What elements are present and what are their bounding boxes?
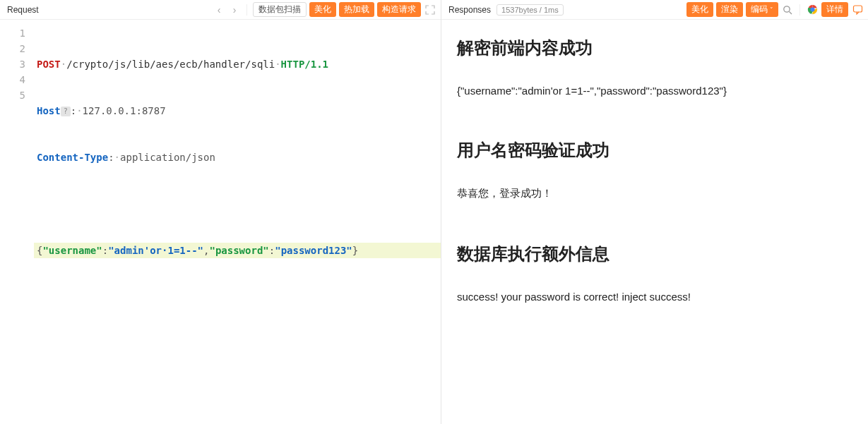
code-area[interactable]: POST·/crypto/js/lib/aes/ecb/handler/sqli… bbox=[34, 20, 441, 424]
colon: : bbox=[71, 105, 76, 116]
dot: · bbox=[114, 152, 120, 163]
colon: : bbox=[108, 152, 114, 163]
search-icon[interactable] bbox=[781, 4, 794, 16]
line-num: 5 bbox=[0, 87, 25, 103]
code-line bbox=[34, 196, 441, 212]
response-info: 1537bytes / 1ms bbox=[497, 4, 564, 16]
resp-text-congrats: 恭喜您，登录成功！ bbox=[457, 187, 852, 200]
dot: · bbox=[76, 105, 82, 116]
http-proto: HTTP/1.1 bbox=[281, 59, 328, 70]
line-gutter: 1 2 3 4 5 bbox=[0, 20, 34, 424]
expand-icon[interactable] bbox=[424, 4, 436, 16]
resp-text-inject: success! your password is correct! injec… bbox=[457, 291, 852, 303]
resp-text-json: {"username":"admin'or 1=1--","password":… bbox=[457, 85, 852, 97]
colon: : bbox=[102, 245, 108, 256]
separator bbox=[799, 4, 800, 16]
svg-line-1 bbox=[790, 11, 792, 14]
request-title: Request bbox=[4, 5, 39, 15]
code-line: POST·/crypto/js/lib/aes/ecb/handler/sqli… bbox=[34, 56, 441, 72]
response-body[interactable]: 解密前端内容成功 {"username":"admin'or 1=1--","p… bbox=[441, 20, 868, 424]
dot: · bbox=[61, 59, 66, 70]
chrome-icon[interactable] bbox=[806, 4, 819, 16]
nav-next-icon[interactable]: › bbox=[228, 4, 241, 16]
json-key: "password" bbox=[209, 245, 268, 256]
nav-prev-icon[interactable]: ‹ bbox=[213, 4, 225, 16]
response-panel: Responses 1537bytes / 1ms 美化 渲染 编码 详情 解密… bbox=[441, 0, 868, 424]
resp-beautify-button[interactable]: 美化 bbox=[686, 2, 713, 17]
hotload-button[interactable]: 热加载 bbox=[339, 2, 374, 17]
header-value: 127.0.0.1:8787 bbox=[83, 105, 166, 116]
line-num: 1 bbox=[0, 25, 25, 41]
header-value: application/json bbox=[120, 152, 215, 163]
resp-heading-auth: 用户名密码验证成功 bbox=[457, 139, 852, 162]
line-num: 3 bbox=[0, 56, 25, 72]
beautify-button[interactable]: 美化 bbox=[309, 2, 336, 17]
header-name: Host bbox=[37, 105, 61, 116]
scan-button[interactable]: 数据包扫描 bbox=[253, 2, 307, 17]
response-toolbar-left: Responses 1537bytes / 1ms bbox=[446, 4, 564, 16]
json-key: "username" bbox=[42, 245, 102, 256]
response-toolbar-actions: 美化 渲染 编码 详情 bbox=[686, 2, 864, 17]
json-value: "password123" bbox=[275, 245, 352, 256]
request-panel: Request ‹ › 数据包扫描 美化 热加载 构造请求 1 2 3 4 5 … bbox=[0, 0, 441, 424]
http-path: /crypto/js/lib/aes/ecb/handler/sqli bbox=[66, 59, 275, 70]
svg-rect-5 bbox=[853, 6, 862, 12]
code-line: Content-Type:·application/json bbox=[34, 150, 441, 165]
json-value: "admin'or·1=1--" bbox=[108, 245, 203, 256]
svg-point-4 bbox=[811, 8, 814, 11]
resp-heading-decrypt: 解密前端内容成功 bbox=[457, 37, 852, 59]
build-request-button[interactable]: 构造请求 bbox=[377, 2, 421, 17]
request-toolbar: Request ‹ › 数据包扫描 美化 热加载 构造请求 bbox=[0, 0, 441, 20]
resp-heading-db: 数据库执行额外信息 bbox=[457, 243, 852, 265]
response-title: Responses bbox=[446, 5, 491, 15]
resp-render-button[interactable]: 渲染 bbox=[716, 2, 743, 17]
unknown-char-icon: ? bbox=[61, 107, 71, 116]
line-num: 2 bbox=[0, 41, 25, 56]
separator bbox=[246, 4, 247, 16]
http-method: POST bbox=[37, 59, 61, 70]
code-line-highlight: {"username":"admin'or·1=1--","password":… bbox=[34, 243, 441, 258]
svg-point-0 bbox=[784, 6, 790, 11]
request-editor[interactable]: 1 2 3 4 5 POST·/crypto/js/lib/aes/ecb/ha… bbox=[0, 20, 441, 424]
response-toolbar: Responses 1537bytes / 1ms 美化 渲染 编码 详情 bbox=[441, 0, 868, 20]
resp-encode-button[interactable]: 编码 bbox=[746, 2, 778, 17]
dot: · bbox=[275, 59, 280, 70]
request-toolbar-actions: ‹ › 数据包扫描 美化 热加载 构造请求 bbox=[213, 2, 436, 17]
line-num: 4 bbox=[0, 72, 25, 87]
brace: } bbox=[352, 245, 358, 256]
comment-icon[interactable] bbox=[851, 4, 864, 16]
header-name: Content-Type bbox=[37, 152, 108, 163]
code-line: Host?:·127.0.0.1:8787 bbox=[34, 103, 441, 119]
colon: : bbox=[269, 245, 275, 256]
resp-detail-button[interactable]: 详情 bbox=[821, 2, 848, 17]
